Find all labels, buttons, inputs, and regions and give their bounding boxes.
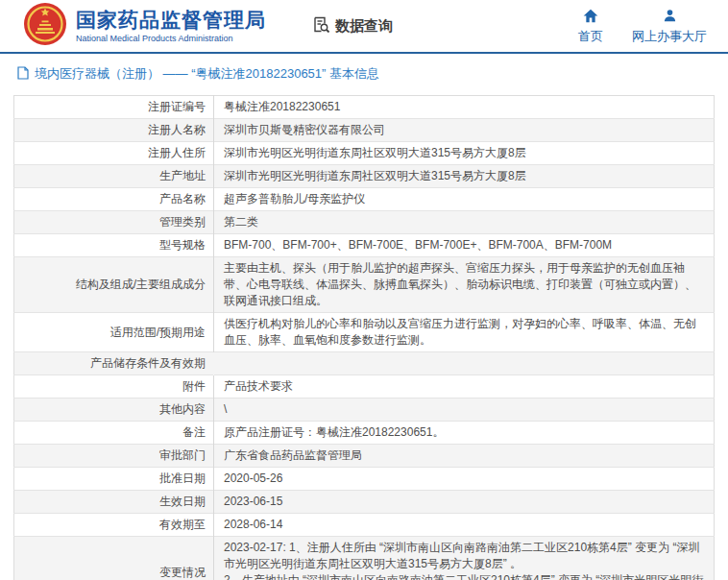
person-icon [663, 9, 677, 27]
table-row: 审批部门 广东省食品药品监督管理局 [14, 445, 715, 468]
row-value-cell: \ [214, 399, 715, 422]
row-label: 有效期至 [159, 518, 206, 531]
nav-home-label: 首页 [578, 29, 603, 44]
row-label: 审批部门 [159, 448, 206, 462]
row-label-cell: 批准日期 [14, 468, 214, 491]
row-value-cell: 2023-06-15 [214, 491, 715, 514]
row-label: 适用范围/预期用途 [110, 326, 206, 339]
breadcrumb: 境内医疗器械（注册） —— “粤械注准20182230651” 基本信息 [0, 54, 728, 94]
table-row: 产品储存条件及有效期 [14, 352, 715, 375]
nav-online-service-hall-label: 网上办事大厅 [632, 29, 707, 44]
table-row: 生效日期 2023-06-15 [14, 491, 715, 514]
header: 国家药品监督管理局 National Medical Products Admi… [0, 0, 728, 54]
table-row: 附件 产品技术要求 [14, 375, 715, 399]
row-label: 管理类别 [159, 215, 206, 229]
row-value-cell: 粤械注准20182230651 [214, 96, 715, 119]
nav-online-service-hall[interactable]: 网上办事大厅 [632, 9, 707, 43]
row-label-cell: 其他内容 [14, 399, 214, 422]
row-label-cell: 注册人住所 [14, 142, 214, 165]
document-icon [17, 66, 29, 83]
table-row: 注册人名称 深圳市贝斯曼精密仪器有限公司 [14, 119, 715, 142]
row-label: 批准日期 [159, 471, 206, 485]
row-value-cell: 2020-05-26 [214, 468, 715, 491]
table-row: 有效期至 2028-06-14 [14, 514, 715, 537]
table-row: 管理类别 第二类 [14, 211, 715, 234]
row-label: 生效日期 [159, 495, 206, 508]
table-row: 其他内容 \ [14, 399, 715, 422]
row-value-cell: 2023-02-17: 1、注册人住所由 “深圳市南山区向南路南油第二工业区21… [214, 537, 715, 580]
row-label-cell: 产品名称 [14, 188, 214, 211]
row-label: 型号规格 [159, 238, 206, 252]
table-row: 注册证编号 粤械注准20182230651 [14, 96, 715, 119]
nav-home[interactable]: 首页 [578, 9, 603, 43]
table-row: 适用范围/预期用途 供医疗机构对胎儿的心率和胎动以及宫缩压力进行监测，对孕妇的心… [14, 313, 715, 352]
row-value-cell: 2028-06-14 [214, 514, 715, 537]
row-label-cell: 注册证编号 [14, 96, 214, 119]
row-value-cell: 主要由主机、探头（用于胎儿监护的超声探头、宫缩压力探头，用于母亲监护的无创血压袖… [214, 257, 715, 313]
agency-brand: 国家药品监督管理局 National Medical Products Admi… [23, 2, 266, 50]
agency-name: 国家药品监督管理局 National Medical Products Admi… [76, 9, 266, 42]
row-label-cell: 生效日期 [14, 491, 214, 514]
row-label: 其他内容 [159, 402, 206, 416]
row-label-cell: 适用范围/预期用途 [14, 313, 214, 352]
table-row: 结构及组成/主要组成成分 主要由主机、探头（用于胎儿监护的超声探头、宫缩压力探头… [14, 257, 715, 313]
row-label: 产品名称 [159, 192, 206, 205]
data-query-label: 数据查询 [335, 17, 393, 36]
row-label-cell: 产品储存条件及有效期 [14, 352, 214, 375]
row-value-cell: 深圳市贝斯曼精密仪器有限公司 [214, 119, 715, 142]
row-label: 备注 [182, 425, 206, 439]
row-label: 结构及组成/主要组成成分 [76, 278, 206, 291]
row-value-cell [214, 352, 715, 375]
row-value-cell: 广东省食品药品监督管理局 [214, 445, 715, 468]
row-label: 注册人名称 [148, 123, 206, 136]
row-label: 生产地址 [159, 169, 206, 182]
table-row: 变更情况 2023-02-17: 1、注册人住所由 “深圳市南山区向南路南油第二… [14, 537, 715, 580]
table-row: 型号规格 BFM-700、BFM-700+、BFM-700E、BFM-700E+… [14, 234, 715, 257]
table-row: 产品名称 超声多普勒胎儿/母亲监护仪 [14, 188, 715, 211]
row-value-cell: 产品技术要求 [214, 375, 715, 399]
table-row: 备注 原产品注册证号：粤械注准20182230651。 [14, 422, 715, 445]
agency-name-cn: 国家药品监督管理局 [76, 9, 266, 32]
row-value-cell: 超声多普勒胎儿/母亲监护仪 [214, 188, 715, 211]
row-label-cell: 型号规格 [14, 234, 214, 257]
data-query-button[interactable]: 数据查询 [312, 15, 393, 36]
row-label: 附件 [182, 379, 206, 393]
row-label-cell: 结构及组成/主要组成成分 [14, 257, 214, 313]
data-query-icon [312, 15, 330, 36]
table-row: 注册人住所 深圳市光明区光明街道东周社区双明大道315号易方大厦8层 [14, 142, 715, 165]
row-label-cell: 备注 [14, 422, 214, 445]
registration-table-body: 注册证编号 粤械注准20182230651 注册人名称 深圳市贝斯曼精密仪器有限… [14, 96, 715, 580]
table-row: 生产地址 深圳市光明区光明街道东周社区双明大道315号易方大厦8层 [14, 165, 715, 188]
row-value-cell: 供医疗机构对胎儿的心率和胎动以及宫缩压力进行监测，对孕妇的心率、呼吸率、体温、无… [214, 313, 715, 352]
row-label: 产品储存条件及有效期 [90, 356, 206, 370]
row-value-cell: BFM-700、BFM-700+、BFM-700E、BFM-700E+、BFM-… [214, 234, 715, 257]
row-label-cell: 附件 [14, 375, 214, 399]
row-value-cell: 原产品注册证号：粤械注准20182230651。 [214, 422, 715, 445]
page-title: 境内医疗器械（注册） —— “粤械注准20182230651” 基本信息 [35, 65, 379, 83]
row-label: 注册人住所 [148, 146, 206, 159]
row-label-cell: 管理类别 [14, 211, 214, 234]
row-label-cell: 变更情况 [14, 537, 214, 580]
row-value-cell: 深圳市光明区光明街道东周社区双明大道315号易方大厦8层 [214, 142, 715, 165]
table-row: 批准日期 2020-05-26 [14, 468, 715, 491]
registration-info-table: 注册证编号 粤械注准20182230651 注册人名称 深圳市贝斯曼精密仪器有限… [13, 95, 715, 580]
header-nav: 首页 网上办事大厅 [578, 9, 716, 43]
home-icon [583, 9, 598, 27]
national-emblem-icon [23, 2, 67, 50]
row-value-cell: 第二类 [214, 211, 715, 234]
row-label-cell: 生产地址 [14, 165, 214, 188]
row-label-cell: 审批部门 [14, 445, 214, 468]
agency-name-en: National Medical Products Administration [76, 34, 266, 43]
row-value-cell: 深圳市光明区光明街道东周社区双明大道315号易方大厦8层 [214, 165, 715, 188]
row-label-cell: 注册人名称 [14, 119, 214, 142]
row-label-cell: 有效期至 [14, 514, 214, 537]
row-label: 注册证编号 [148, 100, 206, 113]
row-label: 变更情况 [159, 566, 206, 579]
